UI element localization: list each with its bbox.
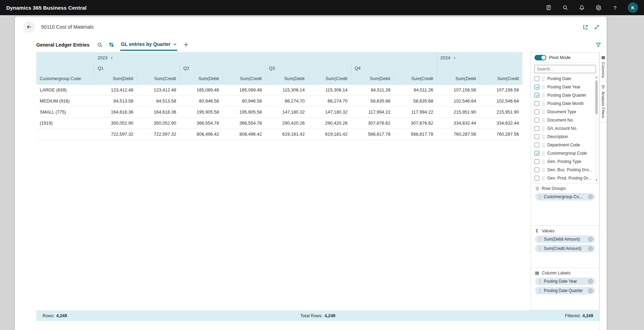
field-item-gen-posting-type[interactable]: Gen. Posting Type — [531, 157, 594, 166]
column-header-sum-credit[interactable]: Sum(Credit — [137, 73, 180, 84]
remove-icon[interactable] — [588, 246, 593, 251]
cell: 760,287.56 — [437, 128, 480, 139]
column-header-sum-debit[interactable]: Sum(Debit — [437, 73, 480, 84]
remove-icon[interactable] — [588, 237, 593, 242]
back-button[interactable] — [23, 21, 35, 33]
field-label: Posting Date — [547, 76, 571, 81]
field-label: Posting Date Year — [547, 85, 580, 89]
grid-body: LARGE (639)123,412.48123,412.48165,089.4… — [36, 84, 522, 139]
scroll-down-icon[interactable]: ▼ — [595, 178, 598, 182]
quarter-group-q4[interactable]: Q4 — [351, 63, 437, 73]
collapse-icon[interactable] — [594, 24, 600, 30]
field-item-posting-date-year[interactable]: Posting Date Year — [531, 83, 594, 91]
field-item-g-l-account-no[interactable]: G/L Account No. — [531, 124, 594, 133]
cell: 290,420.26 — [265, 117, 308, 128]
field-item-document-no[interactable]: Document No. — [531, 116, 594, 124]
checkbox[interactable] — [534, 176, 539, 181]
chip-sum-debit-amount[interactable]: Sum(Debit Amount) — [535, 235, 595, 243]
quarter-group-q2[interactable]: Q2 — [180, 63, 265, 73]
drag-handle-icon — [538, 195, 541, 199]
prev-page-icon[interactable]: ‹ — [111, 55, 113, 60]
field-item-posting-date[interactable]: Posting Date — [531, 75, 594, 83]
analysis-grid-icon[interactable] — [109, 42, 114, 47]
column-header-sum-debit[interactable]: Sum(Debit — [265, 73, 308, 84]
search-icon[interactable] — [562, 4, 569, 11]
column-header-sum-credit[interactable]: Sum(Credit — [480, 73, 522, 84]
open-in-new-window-icon[interactable] — [583, 24, 588, 30]
cell: 117,994.22 — [394, 106, 437, 117]
checkbox[interactable] — [534, 151, 539, 156]
cell: 195,905.58 — [222, 106, 265, 117]
bell-icon[interactable] — [578, 4, 585, 11]
field-label: Gen. Posting Type — [547, 159, 581, 164]
tab-label: GL entries by Quarter — [121, 41, 171, 47]
quarter-group-q1[interactable]: Q1 — [94, 63, 180, 73]
year-group-label[interactable]: 2024 — [441, 55, 451, 60]
remove-icon[interactable] — [588, 279, 593, 284]
chip-customergroup-co[interactable]: Customergroup Co... — [535, 193, 595, 201]
field-item-gen-bus-posting-gro[interactable]: Gen. Bus. Posting Gro... — [531, 166, 594, 174]
column-header-sum-debit[interactable]: Sum(Debit — [94, 73, 137, 84]
field-item-gen-prod-posting-gr[interactable]: Gen. Prod. Posting Gr... — [531, 174, 594, 182]
quarter-group-label: Q3 — [269, 66, 275, 71]
column-header-sum-credit[interactable]: Sum(Credit — [222, 73, 265, 84]
side-tab-analysis-filters[interactable]: Analysis Filters — [600, 81, 607, 122]
section-header: Column Labels — [531, 270, 599, 278]
checkbox[interactable] — [534, 167, 539, 172]
checkbox[interactable] — [534, 126, 539, 131]
pivot-mode-row: Pivot Mode — [531, 52, 599, 63]
remove-icon[interactable] — [588, 194, 593, 199]
checkbox[interactable] — [534, 118, 539, 123]
side-tab-columns[interactable]: Columns — [600, 52, 607, 81]
help-icon[interactable]: ? — [612, 4, 618, 11]
remove-icon[interactable] — [588, 288, 593, 293]
field-item-customergroup-code[interactable]: Customergroup Code — [531, 149, 594, 157]
column-search-input[interactable] — [534, 65, 596, 73]
checkbox[interactable] — [534, 93, 539, 98]
field-item-posting-date-month[interactable]: Posting Date Month — [531, 99, 594, 108]
field-item-department-code[interactable]: Department Code — [531, 141, 594, 149]
field-item-posting-date-quarter[interactable]: Posting Date Quarter — [531, 91, 594, 99]
chip-posting-date-quarter[interactable]: Posting Date Quarter — [535, 287, 595, 294]
chevron-down-icon — [173, 43, 177, 45]
scroll-up-icon[interactable]: ▲ — [595, 75, 598, 79]
checkbox[interactable] — [534, 101, 539, 106]
pivot-mode-toggle[interactable] — [534, 55, 546, 60]
gear-icon[interactable] — [595, 4, 602, 11]
next-page-icon[interactable]: › — [454, 55, 456, 60]
document-icon[interactable] — [545, 4, 552, 11]
scroll-thumb[interactable] — [595, 80, 598, 114]
field-list-scrollbar[interactable]: ▲ ▼ — [594, 75, 599, 182]
row-label: SMALL (775) — [36, 106, 94, 117]
cell: 307,676.62 — [351, 117, 394, 128]
checkbox[interactable] — [534, 85, 539, 89]
year-group-label[interactable]: 2023 — [97, 55, 107, 60]
page-header: 50110 Cost of Materials — [15, 17, 607, 37]
field-item-document-type[interactable]: Document Type — [531, 108, 594, 116]
column-header-sum-credit[interactable]: Sum(Credit — [394, 73, 437, 84]
column-header-sum-credit[interactable]: Sum(Credit — [308, 73, 351, 84]
column-header-customergroup-code[interactable]: Customergroup Code — [36, 73, 94, 84]
chip-label: Sum(Debit Amount) — [544, 237, 586, 242]
checkbox[interactable] — [534, 143, 539, 147]
field-item-description[interactable]: Description — [531, 133, 594, 141]
checkbox[interactable] — [534, 76, 539, 81]
chip-sum-credit-amount[interactable]: Sum(Credit Amount) — [535, 245, 595, 252]
avatar[interactable]: K — [628, 3, 638, 12]
checkbox[interactable] — [534, 159, 539, 164]
checkbox[interactable] — [534, 109, 539, 114]
search-icon[interactable] — [97, 42, 103, 48]
checkbox[interactable] — [534, 134, 539, 139]
cell: 366,554.78 — [222, 117, 265, 128]
column-header-sum-debit[interactable]: Sum(Debit — [180, 73, 222, 84]
quarter-group-q3[interactable]: Q3 — [265, 63, 351, 73]
add-tab-button[interactable] — [183, 42, 189, 47]
chip-label: Sum(Credit Amount) — [544, 246, 586, 251]
filter-icon[interactable] — [596, 42, 601, 48]
page-card: 50110 Cost of Materials General Ledger E… — [15, 17, 607, 330]
tab-gl-entries-by-quarter[interactable]: GL entries by Quarter — [120, 39, 177, 51]
cell: 147,180.32 — [265, 106, 308, 117]
chip-posting-date-year[interactable]: Posting Date Year — [535, 278, 595, 285]
column-header-sum-debit[interactable]: Sum(Debit — [351, 73, 394, 84]
drag-handle-icon — [542, 85, 545, 89]
